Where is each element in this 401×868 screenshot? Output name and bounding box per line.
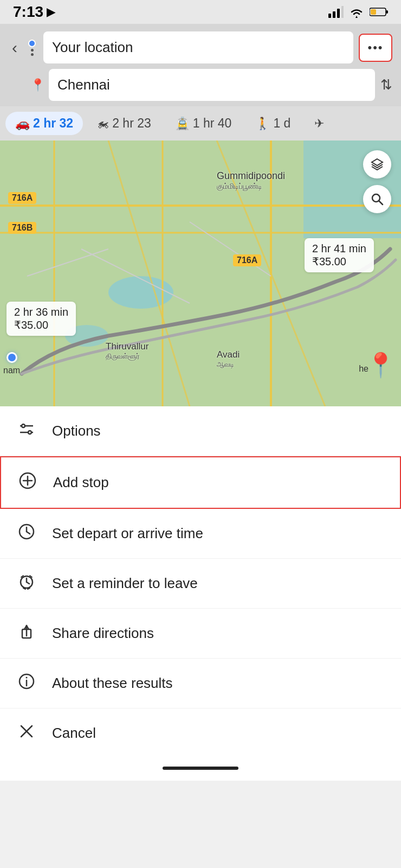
add-stop-label: Add stop xyxy=(53,474,109,491)
swap-icon: ⇅ xyxy=(380,76,392,93)
route-dot-2 xyxy=(31,53,34,56)
map-layer-button[interactable] xyxy=(363,150,391,178)
origin-row: ‹ ••• xyxy=(9,31,392,63)
status-bar: 7:13 ▶ xyxy=(0,0,401,24)
options-label: Options xyxy=(52,423,101,439)
more-options-button[interactable]: ••• xyxy=(359,34,392,62)
walk-icon: 🚶 xyxy=(255,117,270,131)
destination-row: 📍 ⇅ xyxy=(9,69,392,101)
svg-point-26 xyxy=(22,424,25,427)
swap-button[interactable]: ⇅ xyxy=(380,76,392,93)
route-badge-secondary: 2 hr 41 min ₹35.00 xyxy=(305,238,374,272)
reminder-label: Set a reminder to leave xyxy=(52,575,198,592)
svg-rect-0 xyxy=(328,14,331,18)
route-badge-primary-cost: ₹35.00 xyxy=(14,318,68,331)
route-badge-primary-time: 2 hr 36 min xyxy=(14,306,68,318)
more-options-icon: ••• xyxy=(367,41,383,55)
header-area: ‹ ••• 📍 ⇅ xyxy=(0,24,401,106)
svg-line-23 xyxy=(379,201,383,205)
transport-bar: 🚗 2 hr 32 🏍 2 hr 23 🚊 1 hr 40 🚶 1 d ✈ xyxy=(0,106,401,141)
route-badge-secondary-cost: ₹35.00 xyxy=(312,255,366,268)
origin-dot xyxy=(28,40,36,47)
clock-icon xyxy=(16,523,37,544)
tab-car-label: 2 hr 32 xyxy=(33,116,73,131)
menu-item-share[interactable]: Share directions xyxy=(0,609,401,659)
your-location-dot xyxy=(7,352,17,363)
svg-line-36 xyxy=(27,582,29,584)
depart-arrive-label: Set depart or arrive time xyxy=(52,525,203,542)
tab-walk[interactable]: 🚶 1 d xyxy=(245,112,300,135)
route-dots xyxy=(26,40,38,56)
menu-item-options[interactable]: Options xyxy=(0,406,401,456)
add-stop-icon xyxy=(17,471,38,494)
svg-rect-6 xyxy=(371,9,376,15)
menu-item-reminder[interactable]: Set a reminder to leave xyxy=(0,559,401,609)
close-icon xyxy=(16,723,37,744)
your-location-label: nam xyxy=(3,366,20,375)
map-label-thiruvallur: Thiruvallur திருவள்ளூர் xyxy=(106,341,148,361)
destination-map-pin: 📍 xyxy=(366,351,396,379)
tab-walk-label: 1 d xyxy=(273,116,290,131)
tab-transit-label: 1 hr 40 xyxy=(193,116,232,131)
home-bar xyxy=(163,767,238,770)
route-badge-primary: 2 hr 36 min ₹35.00 xyxy=(7,302,76,336)
menu-item-about[interactable]: About these results xyxy=(0,659,401,709)
route-badge-secondary-time: 2 hr 41 min xyxy=(312,242,366,255)
svg-point-45 xyxy=(26,677,28,679)
time-display: 7:13 xyxy=(13,3,43,21)
svg-point-27 xyxy=(28,431,31,434)
share-icon xyxy=(16,623,37,644)
status-time: 7:13 ▶ xyxy=(13,3,55,21)
road-badge-716b: 716B xyxy=(8,222,36,234)
svg-rect-3 xyxy=(341,6,344,18)
share-label: Share directions xyxy=(52,625,154,642)
route-dot-1 xyxy=(31,49,34,52)
bottom-menu: Options Add stop Set depart or arrive ti… xyxy=(0,406,401,758)
info-icon xyxy=(16,673,37,694)
search-icon xyxy=(371,193,384,206)
menu-item-depart-arrive[interactable]: Set depart or arrive time xyxy=(0,509,401,559)
car-icon: 🚗 xyxy=(15,117,30,131)
flight-icon: ✈ xyxy=(314,117,324,131)
map-area[interactable]: 716A 716B 716A Gummidipoondi கும்மிடிப்ப… xyxy=(0,141,401,406)
motorcycle-icon: 🏍 xyxy=(97,117,109,131)
about-label: About these results xyxy=(52,675,173,692)
status-icons xyxy=(328,6,388,18)
map-label-avadi: Avadi ஆவடி xyxy=(217,349,240,369)
battery-icon xyxy=(370,7,388,17)
tab-motorcycle[interactable]: 🏍 2 hr 23 xyxy=(87,112,161,135)
svg-rect-1 xyxy=(333,11,335,18)
sliders-icon xyxy=(16,420,37,442)
transit-icon: 🚊 xyxy=(175,117,190,131)
alarm-icon xyxy=(16,573,37,594)
origin-input[interactable] xyxy=(43,31,353,63)
tab-transit[interactable]: 🚊 1 hr 40 xyxy=(165,112,242,135)
back-button[interactable]: ‹ xyxy=(9,40,21,56)
svg-point-8 xyxy=(108,276,173,309)
signal-icon xyxy=(328,6,344,18)
svg-line-33 xyxy=(27,532,30,534)
tab-car[interactable]: 🚗 2 hr 32 xyxy=(5,112,83,135)
tab-flight[interactable]: ✈ xyxy=(305,112,334,135)
home-indicator xyxy=(0,758,401,781)
svg-rect-5 xyxy=(386,10,388,14)
svg-rect-2 xyxy=(337,9,340,18)
menu-item-add-stop[interactable]: Add stop xyxy=(0,456,401,509)
wifi-icon xyxy=(349,6,364,18)
map-search-button[interactable] xyxy=(363,185,391,213)
menu-item-cancel[interactable]: Cancel xyxy=(0,709,401,758)
destination-pin-icon: 📍 xyxy=(30,79,45,91)
destination-input[interactable] xyxy=(49,69,375,101)
road-badge-716a-2: 716A xyxy=(233,254,261,266)
map-svg xyxy=(0,141,401,406)
svg-marker-21 xyxy=(372,159,383,165)
cancel-label: Cancel xyxy=(52,725,96,742)
road-badge-716a-1: 716A xyxy=(8,192,36,204)
tab-motorcycle-label: 2 hr 23 xyxy=(112,116,151,131)
navigation-arrow-icon: ▶ xyxy=(47,5,55,18)
layers-icon xyxy=(371,158,384,171)
map-label-gummidipoondi: Gummidipoondi கும்மிடிப்பூண்டி xyxy=(217,170,285,191)
destination-label-partial: he xyxy=(359,364,368,374)
